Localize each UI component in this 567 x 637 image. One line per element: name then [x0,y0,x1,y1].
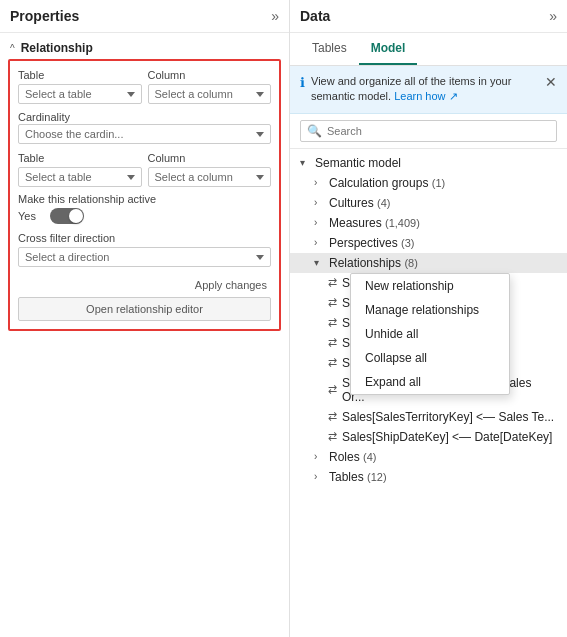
tabs-row: Tables Model [290,33,567,66]
table-label-1: Table [18,69,142,81]
column-field-2: Column Select a column [148,152,272,187]
ctx-manage-relationships[interactable]: Manage relationships [351,298,509,322]
open-editor-button[interactable]: Open relationship editor [18,297,271,321]
calc-label: Calculation groups (1) [329,176,445,190]
perspectives-chevron: › [314,237,324,248]
cardinality-row: Cardinality Choose the cardin... [18,110,271,144]
perspectives-label: Perspectives (3) [329,236,415,250]
tree-item-calculation-groups[interactable]: › Calculation groups (1) [290,173,567,193]
active-label: Make this relationship active [18,193,271,205]
rel-children-container: ⇄ Sales[ ⇄ Sales[ ⇄ Sales[ ⇄ Sales[F ⇄ S… [290,273,567,447]
measures-chevron: › [314,217,324,228]
tree-area: ▾ Semantic model › Calculation groups (1… [290,149,567,637]
left-panel: Properties » ^ Relationship Table Select… [0,0,290,637]
direction-select[interactable]: Select a direction [18,247,271,267]
table-column-row-2: Table Select a table Column Select a col… [18,152,271,187]
tree-item-roles[interactable]: › Roles (4) [290,447,567,467]
info-icon: ℹ [300,75,305,90]
table-field-1: Table Select a table [18,69,142,104]
apply-changes-button[interactable]: Apply changes [191,277,271,293]
info-bar-content: ℹ View and organize all of the items in … [300,74,539,105]
column-field-1: Column Select a column [148,69,272,104]
data-expand-icon[interactable]: » [549,8,557,24]
relationship-section-header: ^ Relationship [0,33,289,59]
tree-item-relationships[interactable]: ▾ Relationships (8) [290,253,567,273]
table-label-2: Table [18,152,142,164]
table-select-1[interactable]: Select a table [18,84,142,104]
data-header: Data » [290,0,567,33]
active-toggle-row: Yes [18,208,271,224]
active-toggle[interactable] [50,208,84,224]
root-chevron: ▾ [300,157,310,168]
tab-tables[interactable]: Tables [300,33,359,65]
tree-item-perspectives[interactable]: › Perspectives (3) [290,233,567,253]
info-text: View and organize all of the items in yo… [311,74,539,105]
cultures-label: Cultures (4) [329,196,390,210]
rel-icon-4: ⇄ [328,356,337,369]
close-info-button[interactable]: ✕ [545,74,557,90]
data-title: Data [300,8,330,24]
rel-child-7[interactable]: ⇄ Sales[ShipDateKey] <— Date[DateKey] [290,427,567,447]
collapse-icon: ^ [10,43,15,54]
search-input[interactable] [327,125,550,137]
ctx-unhide-all[interactable]: Unhide all [351,322,509,346]
cardinality-select[interactable]: Choose the cardin... [18,124,271,144]
learn-link[interactable]: Learn how ↗ [394,90,457,102]
section-label: Relationship [21,41,93,55]
apply-changes-row: Apply changes [18,277,271,293]
roles-label: Roles (4) [329,450,376,464]
column-select-1[interactable]: Select a column [148,84,272,104]
toggle-knob [69,209,83,223]
tree-item-cultures[interactable]: › Cultures (4) [290,193,567,213]
root-label: Semantic model [315,156,401,170]
tree-root[interactable]: ▾ Semantic model [290,153,567,173]
column-select-2[interactable]: Select a column [148,167,272,187]
properties-title: Properties [10,8,79,24]
relationship-form: Table Select a table Column Select a col… [8,59,281,331]
tables-chevron: › [314,471,324,482]
cultures-chevron: › [314,197,324,208]
rel-chevron: ▾ [314,257,324,268]
tree-item-measures[interactable]: › Measures (1,409) [290,213,567,233]
rel-icon-2: ⇄ [328,316,337,329]
rel-icon-3: ⇄ [328,336,337,349]
ctx-collapse-all[interactable]: Collapse all [351,346,509,370]
tab-model[interactable]: Model [359,33,418,65]
cross-filter-label: Cross filter direction [18,232,271,244]
search-icon: 🔍 [307,124,322,138]
rel-icon-0: ⇄ [328,276,337,289]
search-box: 🔍 [300,120,557,142]
ctx-new-relationship[interactable]: New relationship [351,274,509,298]
rel-child-6[interactable]: ⇄ Sales[SalesTerritoryKey] <— Sales Te..… [290,407,567,427]
rel-icon-7: ⇄ [328,430,337,443]
table-select-2[interactable]: Select a table [18,167,142,187]
roles-chevron: › [314,451,324,462]
expand-icon[interactable]: » [271,8,279,24]
table-column-row-1: Table Select a table Column Select a col… [18,69,271,104]
rel-icon-6: ⇄ [328,410,337,423]
column-label-2: Column [148,152,272,164]
ctx-expand-all[interactable]: Expand all [351,370,509,394]
right-panel: Data » Tables Model ℹ View and organize … [290,0,567,637]
calc-chevron: › [314,177,324,188]
cross-filter-row: Cross filter direction Select a directio… [18,232,271,267]
rel-icon-1: ⇄ [328,296,337,309]
tables-label: Tables (12) [329,470,387,484]
rel-label: Relationships (8) [329,256,418,270]
properties-header: Properties » [0,0,289,33]
search-row: 🔍 [290,114,567,149]
yes-label: Yes [18,210,36,222]
table-field-2: Table Select a table [18,152,142,187]
info-bar: ℹ View and organize all of the items in … [290,66,567,114]
active-section: Make this relationship active Yes [18,193,271,224]
column-label-1: Column [148,69,272,81]
cardinality-label: Cardinality [18,111,70,123]
rel-icon-5: ⇄ [328,383,337,396]
measures-label: Measures (1,409) [329,216,420,230]
context-menu: New relationship Manage relationships Un… [350,273,510,395]
tree-item-tables[interactable]: › Tables (12) [290,467,567,487]
